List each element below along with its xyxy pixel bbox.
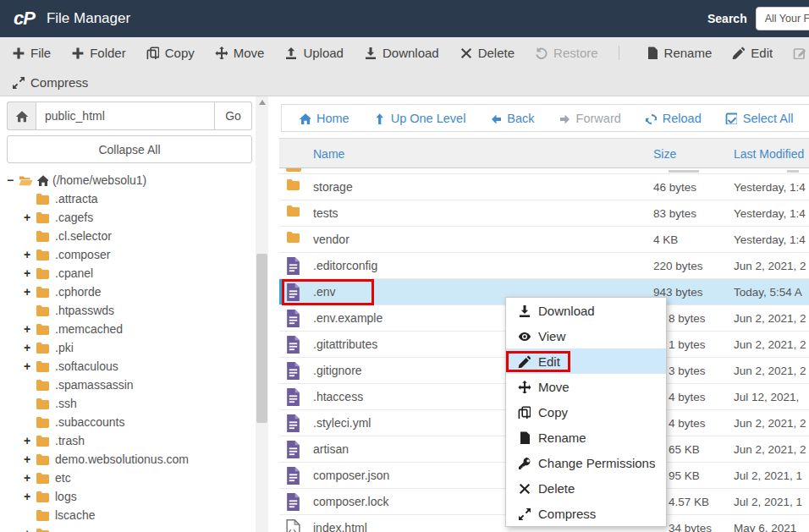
nav-forward[interactable]: Forward [559,112,621,125]
nav-select-all[interactable]: Select All [725,112,794,125]
file-size: 4.57 KB [669,489,709,515]
annotation-box: Change Permissions [506,452,665,474]
folder-icon [36,193,50,205]
tree-item[interactable]: + demo.websolutionus.com [7,450,252,469]
path-input[interactable] [36,101,215,130]
tree-item[interactable]: + .attracta [7,189,252,208]
x-icon [518,482,531,495]
tree-item[interactable]: + .subaccounts [7,413,252,431]
nav-up-one-level[interactable]: Up One Level [373,112,466,125]
file-name: storage [313,174,353,200]
search-scope-select[interactable]: All Your Files [756,7,809,30]
copy-button[interactable]: Copy [146,46,195,60]
column-header-last-modified[interactable]: Last Modified [734,139,804,169]
column-header-name[interactable]: Name [313,139,344,169]
expand-toggle-icon[interactable]: + [24,359,34,373]
left-icon [489,112,501,124]
file-size: 3 bytes [669,358,706,384]
delete-button[interactable]: Delete [460,46,515,60]
nav-back[interactable]: Back [489,112,534,125]
tree-item[interactable]: + .spamassassin [7,376,252,394]
tree-item[interactable]: + [7,524,252,532]
expand-toggle-icon[interactable]: + [24,452,34,466]
expand-toggle-icon[interactable]: + [24,341,34,354]
menu-view[interactable]: View [506,323,666,348]
nav-reload[interactable]: Reload [645,112,702,125]
tree-root-home[interactable]: − (/home/websolu1) [7,171,252,189]
tree-item-label: .spamassassin [55,378,134,392]
file-size: 46 bytes [653,174,696,200]
expand-toggle-icon[interactable]: + [24,211,34,224]
tree-item[interactable]: + .softaculous [7,357,252,376]
menu-download[interactable]: Download [506,298,666,323]
file-icon [286,493,300,511]
scrollbar-thumb[interactable] [256,254,267,423]
edit-button[interactable]: Edit [732,46,773,60]
tree-item[interactable]: + .cl.selector [7,227,252,245]
expand-toggle-icon[interactable]: + [24,527,34,532]
menu-rename[interactable]: Rename [506,425,666,450]
tree-item[interactable]: + .memcached [7,320,252,338]
column-header-size[interactable]: Size [653,139,676,169]
download-button[interactable]: Download [364,46,439,60]
collapse-toggle-icon[interactable]: − [7,173,17,187]
go-button[interactable]: Go [215,101,252,130]
compress-button[interactable]: Compress [12,75,88,90]
restore-button[interactable]: Restore [535,46,598,60]
tree-item-label: .softaculous [55,359,118,373]
expand-toggle-icon[interactable]: + [24,434,34,447]
new-folder-button[interactable]: Folder [71,46,126,60]
tree-item[interactable]: + .cphorde [7,282,252,301]
scroll-up-arrow-icon[interactable] [259,100,266,105]
tree-item[interactable]: + .trash [7,431,252,450]
expand-toggle-icon[interactable]: + [24,322,34,336]
rename-button[interactable]: Rename [619,46,713,60]
checkon-icon [725,112,737,124]
tree-item-label: .pki [55,341,74,354]
table-row[interactable]: vendor 4 KB Yesterday, 1:4 [279,227,809,253]
tree-item[interactable]: + .cagefs [7,208,252,227]
home-button[interactable] [7,101,36,130]
folder-open-icon [19,174,33,186]
move-button[interactable]: Move [215,46,265,60]
tree-item[interactable]: + .composer [7,245,252,264]
menu-edit[interactable]: Edit [506,348,666,374]
context-menu-item-label: Edit [538,354,560,369]
tree-item[interactable]: + lscache [7,506,252,524]
new-file-button[interactable]: File [12,46,51,60]
file-size: 95 KB [669,463,700,489]
file-name: artisan [313,436,349,463]
tree-item[interactable]: + etc [7,469,252,487]
menu-copy[interactable]: Copy [506,399,666,425]
menu-compress[interactable]: Compress [506,501,666,526]
nav-home[interactable]: Home [299,112,349,125]
cpanel-logo: cP [14,8,35,30]
tree-item[interactable]: + .cpanel [7,264,252,282]
compress-icon [12,76,25,89]
menu-change-permissions[interactable]: Change Permissions [506,450,666,475]
tree-item[interactable]: + .ssh [7,394,252,413]
restore-icon [535,47,548,59]
expand-toggle-icon[interactable]: + [24,285,34,299]
expand-toggle-icon[interactable]: + [24,248,34,261]
tree-item[interactable]: + .pki [7,338,252,357]
table-row[interactable]: .editorconfig 220 bytes Jun 2, 2021, 2 [279,253,809,279]
download-icon [364,47,377,59]
upload-button[interactable]: Upload [284,46,344,60]
table-row[interactable]: tests 83 bytes Yesterday, 1:4 [279,200,809,227]
file-name: .env.example [313,305,382,332]
tree-item[interactable]: + .htpasswds [7,301,252,320]
menu-move[interactable]: Move [506,374,666,399]
menu-delete[interactable]: Delete [506,475,666,501]
folder-icon [36,453,50,465]
expand-toggle-icon[interactable]: + [24,490,34,503]
directory-tree: − (/home/websolu1) + .attracta + .cagefs [7,171,252,532]
sidebar-scrollbar[interactable] [256,96,268,532]
tree-item[interactable]: + logs [7,487,252,506]
expand-toggle-icon[interactable]: + [24,471,34,485]
expand-toggle-icon[interactable]: + [24,266,34,280]
table-row[interactable]: storage 46 bytes Yesterday, 1:4 [279,174,809,200]
html-editor-button[interactable]: HTML Editor [793,46,809,60]
tree-item-label: .attracta [55,192,98,206]
collapse-all-button[interactable]: Collapse All [7,135,252,163]
